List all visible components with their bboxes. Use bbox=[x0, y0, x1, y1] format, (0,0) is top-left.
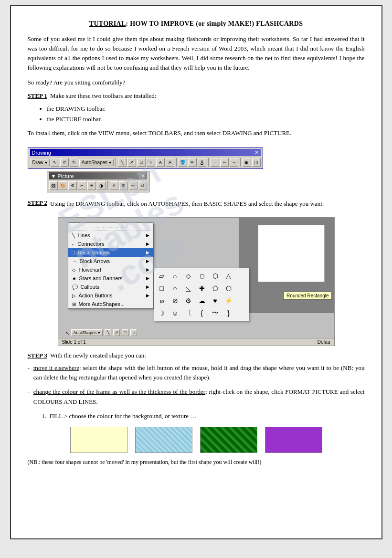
picture-close[interactable]: ✕ bbox=[141, 173, 145, 179]
step1-label: STEP 1 bbox=[28, 92, 48, 100]
step1-line: STEP 1 Make sure these two toolbars are … bbox=[28, 92, 365, 100]
3d-icon: ◫ bbox=[252, 158, 261, 167]
pic-line-icon: # bbox=[110, 181, 118, 190]
page-title: TUTORIAL: HOW TO IMPROVE (or simply MAKE… bbox=[28, 20, 365, 28]
callouts-label: Callouts bbox=[81, 284, 100, 290]
picture-title: ▼ Picture bbox=[51, 173, 74, 179]
shape-plus[interactable]: ✚ bbox=[196, 283, 208, 294]
pic-contrast-icon: ◑ bbox=[97, 181, 106, 190]
shape-rounded-rect[interactable]: ▢ bbox=[196, 270, 208, 282]
connectors-label: Connectors bbox=[77, 241, 104, 247]
text-icon: A bbox=[156, 158, 165, 167]
pic-wrap-icon: ⊞ bbox=[119, 181, 128, 190]
step2-label: STEP 2 bbox=[28, 199, 48, 207]
swatch-purple bbox=[265, 427, 322, 453]
shape-circle[interactable]: ○ bbox=[170, 283, 181, 294]
title-underline: TUTORIAL bbox=[89, 20, 126, 27]
shape-cylinder[interactable]: ⌀ bbox=[156, 295, 168, 306]
shape-parallelogram[interactable]: ▱ bbox=[156, 270, 168, 282]
page: ESLprintables.com TUTORIAL: HOW TO IMPRO… bbox=[10, 5, 382, 539]
swatch-yellow bbox=[70, 427, 127, 453]
separator4 bbox=[240, 158, 241, 167]
rect-bottom-icon: □ bbox=[122, 329, 128, 336]
block-arrows-icon: → bbox=[72, 259, 77, 264]
step2-text: Using the DRAWING toolbar, click on AUTO… bbox=[50, 199, 324, 209]
shape-lightning[interactable]: ⚡ bbox=[223, 295, 234, 306]
shape-double-brace[interactable]: } bbox=[223, 307, 234, 319]
basic-shapes-arrow: ▶ bbox=[146, 250, 149, 255]
dash-char-1: - bbox=[28, 363, 30, 382]
shape-trapezoid[interactable]: ⏢ bbox=[170, 270, 181, 282]
menu-item-stars-banners[interactable]: ★ Stars and Banners ▶ bbox=[68, 274, 153, 283]
lines-arrow: ▶ bbox=[146, 233, 149, 238]
menu-item-more[interactable]: ⊞ More AutoShapes... bbox=[68, 300, 153, 308]
shape-pentagon[interactable]: ⬠ bbox=[210, 283, 221, 294]
font-color-icon: A̲ bbox=[198, 158, 206, 167]
install-text: To install them, click on the VIEW menu,… bbox=[28, 128, 365, 138]
swatch-blue-pattern bbox=[135, 427, 192, 453]
shape-hexagon[interactable]: ⬡ bbox=[223, 283, 234, 294]
step3-text: With the newly created shape you can: bbox=[50, 352, 146, 359]
callouts-icon: 💬 bbox=[72, 284, 78, 290]
shape-rect-callout[interactable]: □ bbox=[156, 283, 168, 294]
step3-line: STEP 3 With the newly created shape you … bbox=[28, 352, 365, 359]
stars-icon: ★ bbox=[72, 276, 76, 281]
menu-item-block-arrows[interactable]: → Block Arrows ▶ bbox=[68, 257, 153, 265]
oval-icon: ○ bbox=[147, 158, 155, 167]
dash-icon: -- bbox=[220, 158, 229, 167]
line-icon: ╲ bbox=[118, 158, 127, 167]
action-label: Action Buttons bbox=[79, 293, 113, 298]
menu-screenshot: · · · · · · · · · · · · · · · ╲ Lines ▶ … bbox=[58, 217, 335, 346]
autoshapes-button[interactable]: AutoShapes ▾ bbox=[79, 159, 114, 166]
step1-bullets: the DRAWING toolbar. the PICTURE toolbar… bbox=[47, 104, 365, 125]
oval-bottom-icon: ○ bbox=[130, 329, 137, 336]
line-style-icon: ═ bbox=[211, 158, 219, 167]
line-bottom-icon: ╲ bbox=[105, 329, 111, 336]
flowchart-icon: ◇ bbox=[72, 267, 76, 273]
shape-right-triangle[interactable]: ◺ bbox=[183, 283, 194, 294]
shape-smile[interactable]: ☺ bbox=[170, 307, 181, 319]
shape-octagon[interactable]: ⬡ bbox=[210, 270, 221, 282]
menu-item-action-buttons[interactable]: ▷ Action Buttons ▶ bbox=[68, 291, 153, 300]
stars-label: Stars and Banners bbox=[79, 275, 123, 281]
shadow-icon: ▣ bbox=[243, 158, 251, 167]
autoshapes-bottom-btn[interactable]: AutoShapes ▾ bbox=[71, 329, 103, 336]
draw-button[interactable]: Draw ▾ bbox=[30, 159, 50, 166]
basic-shapes-submenu: ▱ ⏢ ◇ ▢ ⬡ △ □ ○ ◺ ✚ ⬠ ⬡ ⌀ ⊘ ⚙ ☁ ♥ ⚡ bbox=[154, 268, 249, 321]
shape-triangle[interactable]: △ bbox=[223, 270, 234, 282]
dash-char-2: - bbox=[28, 387, 30, 406]
dash2-underline: change the colour of the frame as well a… bbox=[33, 388, 205, 395]
picture-toolbar: ▼ Picture ✕ 🖼 🎨 ⟲ ✂ ☀ ◑ # ⊞ ✏ ↺ bbox=[47, 171, 149, 192]
numbered-item-1: 1. FILL > choose the colour for the back… bbox=[42, 411, 365, 421]
shape-no-sign[interactable]: ⊘ bbox=[170, 295, 181, 306]
separator2 bbox=[176, 158, 177, 167]
arrow-style-icon: → bbox=[230, 158, 238, 167]
shape-wave[interactable]: 〜 bbox=[210, 307, 221, 319]
menu-item-flowchart[interactable]: ◇ Flowchart ▶ bbox=[68, 265, 153, 274]
drawing-close[interactable]: ✕ bbox=[254, 149, 259, 156]
menu-item-callouts[interactable]: 💬 Callouts ▶ bbox=[68, 283, 153, 291]
drawing-titlebar: Drawing ✕ bbox=[30, 149, 261, 156]
shape-moon[interactable]: ☽ bbox=[156, 307, 168, 319]
shape-diamond[interactable]: ◇ bbox=[183, 270, 194, 282]
tooltip-rounded-rect: Rounded Rectangle bbox=[284, 292, 331, 300]
step2-line: STEP 2 Using the DRAWING toolbar, click … bbox=[28, 199, 365, 213]
nb-text: (NB.: these four shapes cannot be 'moved… bbox=[28, 458, 365, 467]
dash1-rest: : select the shape with the left button … bbox=[33, 364, 365, 381]
ready-text: So ready? Are you sitting comfortably? bbox=[28, 78, 365, 87]
menu-item-basic-shapes[interactable]: □ Basic Shapes ▶ bbox=[68, 248, 153, 257]
menu-item-lines[interactable]: ╲ Lines ▶ bbox=[68, 231, 153, 240]
numbered1-content: FILL > choose the colour for the backgro… bbox=[50, 412, 197, 420]
more-icon: ⊞ bbox=[72, 302, 76, 307]
shape-cloud[interactable]: ☁ bbox=[196, 295, 208, 306]
shape-gear[interactable]: ⚙ bbox=[183, 295, 194, 306]
shape-heart[interactable]: ♥ bbox=[210, 295, 221, 306]
picture-titlebar: ▼ Picture ✕ bbox=[49, 172, 147, 179]
connectors-icon: ⌐ bbox=[72, 242, 75, 247]
basic-shapes-icon: □ bbox=[72, 250, 75, 255]
slide-white bbox=[258, 225, 325, 282]
shape-brace[interactable]: { bbox=[196, 307, 208, 319]
shape-bracket[interactable]: 〔 bbox=[183, 307, 194, 319]
menu-dotted-top: · · · · · · · · · · · · · · · bbox=[68, 223, 153, 231]
menu-item-connectors[interactable]: ⌐ Connectors ▶ bbox=[68, 240, 153, 248]
